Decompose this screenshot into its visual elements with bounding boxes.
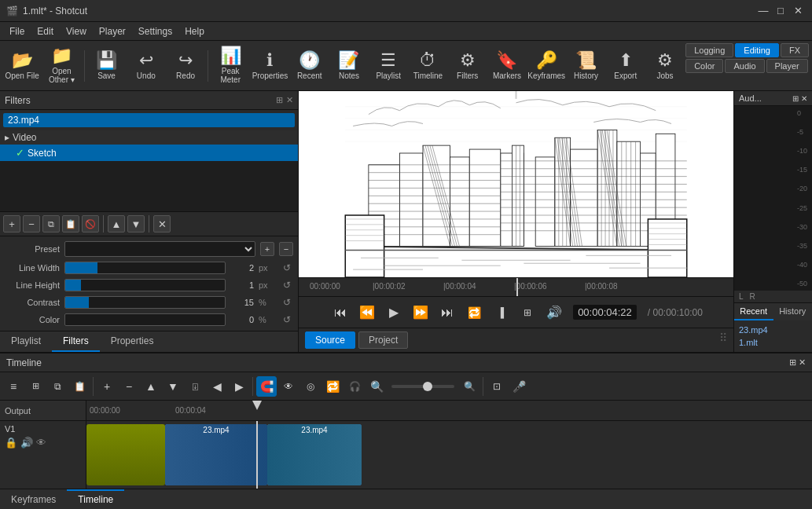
v1-eye-icon[interactable]: 👁: [36, 437, 46, 449]
aud-expand-icon[interactable]: ⊞: [792, 94, 799, 103]
tl-ripple-button[interactable]: ◎: [300, 376, 321, 397]
line-width-bar-container[interactable]: [64, 262, 226, 274]
source-tab[interactable]: Source: [305, 331, 355, 349]
redo-button[interactable]: ↪ Redo: [167, 43, 204, 89]
history-button[interactable]: 📜 History: [567, 43, 604, 89]
undo-button[interactable]: ↩ Undo: [127, 43, 165, 89]
contrast-reset[interactable]: ↺: [281, 296, 293, 309]
recent-tab[interactable]: Recent: [734, 303, 773, 320]
filter-up-button[interactable]: ▲: [108, 215, 125, 233]
filter-remove-button[interactable]: −: [23, 215, 40, 233]
volume-button[interactable]: 🔊: [543, 302, 565, 324]
play-button[interactable]: ▶: [383, 302, 405, 324]
in-point-button[interactable]: ▐: [490, 302, 512, 324]
tl-mic-button[interactable]: 🎤: [509, 376, 529, 397]
zoom-slider[interactable]: [391, 385, 454, 388]
keyframes-button[interactable]: 🔑 Keyframes: [527, 43, 565, 89]
tl-eye-button[interactable]: 👁: [278, 376, 299, 397]
tl-overwrite-button[interactable]: ⍗: [185, 376, 205, 397]
timeline-expand-icon[interactable]: ⊞: [789, 357, 796, 368]
timeline-close-icon[interactable]: ✕: [799, 357, 806, 368]
line-height-bar-container[interactable]: [64, 279, 226, 291]
jobs-button[interactable]: ⚙ Jobs: [646, 43, 684, 89]
editing-mode-button[interactable]: Editing: [735, 43, 779, 57]
tl-copy-button[interactable]: ⧉: [47, 376, 68, 397]
grid-button[interactable]: ⊞: [516, 302, 538, 324]
save-button[interactable]: 💾 Save: [87, 43, 125, 89]
tab-properties[interactable]: Properties: [100, 331, 165, 352]
filters-button[interactable]: ⚙ Filters: [449, 43, 487, 89]
open-file-button[interactable]: 📂 Open File: [3, 43, 41, 89]
preset-add-button[interactable]: +: [260, 242, 274, 256]
audio-mode-button[interactable]: Audio: [725, 59, 764, 73]
filter-copy-button[interactable]: ⧉: [42, 215, 60, 233]
loop-button[interactable]: 🔁: [463, 302, 485, 324]
step-back-button[interactable]: ⏪: [356, 302, 378, 324]
tl-prev-button[interactable]: ◀: [207, 376, 227, 397]
color-reset[interactable]: ↺: [281, 313, 293, 326]
tab-playlist[interactable]: Playlist: [0, 331, 52, 352]
filter-close-icon[interactable]: ✕: [286, 95, 293, 105]
filter-add-button[interactable]: +: [3, 215, 20, 233]
filter-paste-button[interactable]: 📋: [62, 215, 79, 233]
filter-disable-button[interactable]: 🚫: [82, 215, 99, 233]
menu-file[interactable]: File: [3, 24, 31, 38]
tab-keyframes[interactable]: Keyframes: [0, 489, 67, 509]
tl-up-button[interactable]: ▲: [141, 376, 161, 397]
tl-add-track-button[interactable]: ⊞: [25, 376, 46, 397]
filter-down-button[interactable]: ▼: [127, 215, 145, 233]
skip-start-button[interactable]: ⏮: [329, 302, 351, 324]
properties-button[interactable]: ℹ Properties: [251, 43, 288, 89]
tl-zoom-in-button[interactable]: 🔍: [459, 376, 479, 397]
minimize-button[interactable]: —: [755, 3, 771, 19]
v1-lock-icon[interactable]: 🔒: [5, 437, 17, 449]
markers-button[interactable]: 🔖 Markers: [488, 43, 526, 89]
menu-settings[interactable]: Settings: [132, 24, 178, 38]
logging-mode-button[interactable]: Logging: [685, 43, 733, 57]
playhead-timeline[interactable]: [256, 421, 258, 489]
export-button[interactable]: ⬆ Export: [607, 43, 645, 89]
history-tab[interactable]: History: [773, 303, 813, 320]
notes-button[interactable]: 📝 Notes: [330, 43, 368, 89]
tl-loop-button[interactable]: 🔁: [322, 376, 343, 397]
clip-3[interactable]: 23.mp4: [267, 424, 362, 485]
menu-view[interactable]: View: [60, 24, 93, 38]
tl-fit-button[interactable]: ⊡: [487, 376, 507, 397]
play-forward-button[interactable]: ⏩: [410, 302, 432, 324]
playlist-button[interactable]: ☰ Playlist: [369, 43, 407, 89]
v1-audio-icon[interactable]: 🔊: [20, 437, 33, 449]
tab-timeline[interactable]: Timeline: [67, 489, 124, 509]
recent-file-2[interactable]: 1.mlt: [739, 336, 807, 349]
filter-expand-icon[interactable]: ⊞: [276, 95, 283, 105]
recent-button[interactable]: 🕐 Recent: [291, 43, 329, 89]
tl-next-button[interactable]: ▶: [229, 376, 249, 397]
player-mode-button[interactable]: Player: [766, 59, 808, 73]
open-other-button[interactable]: 📁 Open Other ▾: [42, 43, 80, 89]
tl-zoom-out-button[interactable]: 🔍: [366, 376, 387, 397]
tl-paste-button[interactable]: 📋: [69, 376, 90, 397]
aud-close-icon[interactable]: ✕: [801, 94, 807, 103]
color-bar-container[interactable]: [64, 313, 226, 326]
clip-1[interactable]: [86, 424, 165, 485]
filter-clear-button[interactable]: ✕: [153, 215, 171, 233]
timeline-button[interactable]: ⏱ Timeline: [409, 43, 446, 89]
tl-toggle-button[interactable]: ≡: [3, 376, 24, 397]
menu-edit[interactable]: Edit: [31, 24, 60, 38]
clip-2[interactable]: 23.mp4: [165, 424, 267, 485]
skip-end-button[interactable]: ⏭: [436, 302, 458, 324]
tl-down-button[interactable]: ▼: [163, 376, 183, 397]
tl-headphone-button[interactable]: 🎧: [344, 376, 365, 397]
preset-remove-button[interactable]: −: [279, 242, 293, 256]
tl-add-button[interactable]: +: [97, 376, 117, 397]
menu-help[interactable]: Help: [178, 24, 211, 38]
menu-player[interactable]: Player: [93, 24, 132, 38]
close-button[interactable]: ✕: [790, 3, 806, 19]
project-tab[interactable]: Project: [358, 331, 408, 349]
tl-remove-button[interactable]: −: [119, 376, 139, 397]
peak-meter-button[interactable]: 📊 Peak Meter: [211, 43, 249, 89]
fx-mode-button[interactable]: FX: [781, 43, 809, 57]
line-height-reset[interactable]: ↺: [281, 279, 293, 291]
color-mode-button[interactable]: Color: [685, 59, 723, 73]
recent-file-1[interactable]: 23.mp4: [739, 324, 807, 336]
tab-filters[interactable]: Filters: [52, 331, 100, 352]
